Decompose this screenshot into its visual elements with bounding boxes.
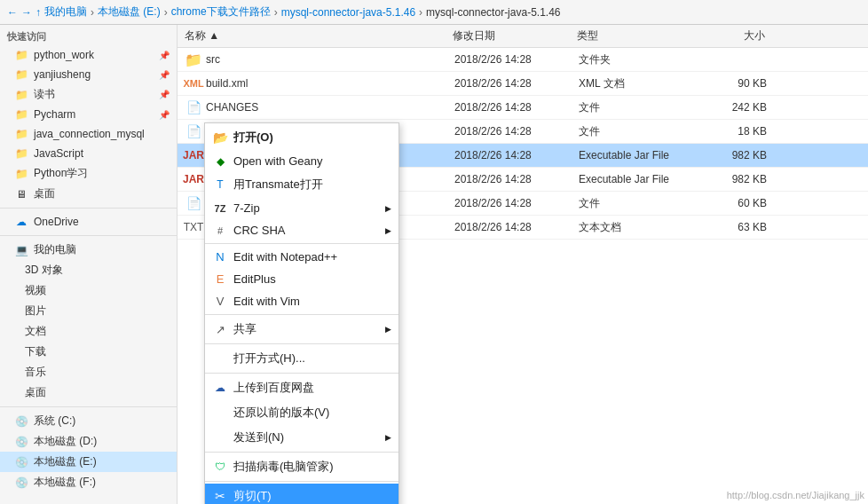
sidebar-item-python-study[interactable]: 📁 Python学习: [0, 163, 177, 184]
sidebar-item-drive-e[interactable]: 💿 本地磁盘 (E:): [0, 452, 177, 472]
crc-icon: #: [212, 223, 228, 239]
folder-icon: 📁: [14, 67, 28, 82]
ctx-notepad[interactable]: N Edit with Notepad++: [205, 246, 398, 268]
sidebar-item-3d[interactable]: 3D 对象: [0, 260, 177, 280]
sidebar-item-pictures[interactable]: 图片: [0, 301, 177, 321]
folder-icon: 📁: [14, 48, 28, 62]
ctx-open-geany[interactable]: ◆ Open with Geany: [205, 150, 398, 172]
nav-up-icon[interactable]: ↑: [36, 6, 41, 19]
col-type[interactable]: 类型: [577, 28, 701, 43]
file-size: 982 KB: [703, 173, 774, 185]
file-icon: 📄: [185, 98, 202, 116]
sidebar-item-desktop[interactable]: 🖥 桌面: [0, 184, 177, 204]
sidebar-label: java_connection_mysql: [34, 128, 145, 140]
sidebar-label: 桌面: [34, 186, 55, 201]
ctx-divider2: [205, 314, 398, 315]
ctx-7zip[interactable]: 7Z 7-Zip: [205, 197, 398, 219]
col-size[interactable]: 大小: [701, 28, 772, 43]
ctx-open[interactable]: 📂 打开(O): [205, 125, 398, 150]
open-icon: 📂: [212, 130, 228, 146]
sidebar-label: 图片: [25, 303, 46, 319]
desktop-icon: 🖥: [14, 187, 28, 201]
sidebar-label: JavaScript: [34, 147, 83, 160]
file-type: 文件: [579, 100, 703, 115]
breadcrumb-part5: mysql-connector-java-5.1.46: [426, 6, 560, 19]
sidebar-item-java[interactable]: 📁 java_connection_mysql: [0, 124, 177, 144]
sidebar-label: 3D 对象: [25, 263, 63, 278]
file-date: 2018/2/26 14:28: [454, 77, 579, 90]
file-type: 文件: [579, 196, 703, 211]
sidebar-item-music[interactable]: 音乐: [0, 362, 177, 382]
sidebar-item-python-work[interactable]: 📁 python_work 📌: [0, 45, 177, 65]
sidebar-item-drive-d[interactable]: 💿 本地磁盘 (D:): [0, 431, 177, 452]
breadcrumb-part1[interactable]: 我的电脑: [44, 4, 87, 20]
drive-icon: 💿: [14, 414, 28, 429]
share-icon: ↗: [212, 321, 228, 337]
ctx-cut[interactable]: ✂ 剪切(T): [205, 484, 398, 504]
ctx-editplus[interactable]: E EditPlus: [205, 268, 398, 290]
ctx-baidu[interactable]: ☁ 上传到百度网盘: [205, 375, 398, 400]
sidebar-item-desktop2[interactable]: 桌面: [0, 382, 177, 403]
drive-icon: 💿: [14, 435, 28, 449]
file-size: 63 KB: [703, 221, 774, 233]
sidebar-item-docs[interactable]: 文档: [0, 321, 177, 342]
breadcrumb-part4[interactable]: mysql-connector-java-5.1.46: [281, 6, 415, 19]
sidebar-label: 下载: [25, 344, 46, 359]
sidebar-item-yanjiusheng[interactable]: 📁 yanjiusheng 📌: [0, 65, 177, 84]
nav-back-icon[interactable]: ←: [7, 6, 18, 19]
breadcrumb-part2[interactable]: 本地磁盘 (E:): [98, 4, 161, 20]
file-size: 60 KB: [703, 197, 774, 209]
drive-icon: 💿: [14, 455, 28, 469]
folder-icon: 📁: [14, 146, 28, 161]
jar-icon: JAR: [185, 170, 202, 188]
file-date: 2018/2/26 14:28: [454, 197, 579, 209]
baidu-icon: ☁: [212, 380, 228, 396]
sidebar-item-pycharm[interactable]: 📁 Pycharm 📌: [0, 105, 177, 124]
ctx-transmate[interactable]: T 用Transmate打开: [205, 172, 398, 197]
ctx-restore[interactable]: 还原以前的版本(V): [205, 400, 398, 425]
ctx-sendto[interactable]: 发送到(N): [205, 425, 398, 450]
transmate-icon: T: [212, 177, 228, 193]
ctx-vim[interactable]: V Edit with Vim: [205, 290, 398, 312]
file-row-changes[interactable]: 📄 CHANGES 2018/2/26 14:28 文件 242 KB: [178, 96, 868, 120]
file-size: 90 KB: [703, 77, 774, 90]
file-area: 名称 ▲ 修改日期 类型 大小 📁 src 2018/2/26 14:28 文件…: [178, 25, 868, 504]
sidebar-label: 读书: [34, 87, 55, 102]
restore-icon: [212, 405, 228, 421]
sidebar-label: yanjiusheng: [34, 68, 91, 81]
sidebar-item-mypc[interactable]: 💻 我的电脑: [0, 240, 177, 260]
file-type: 文件夹: [579, 52, 703, 67]
breadcrumb-part3[interactable]: chrome下载文件路径: [171, 4, 271, 20]
ctx-share[interactable]: ↗ 共享: [205, 317, 398, 342]
sidebar-item-dushu[interactable]: 📁 读书 📌: [0, 84, 177, 105]
file-row-src[interactable]: 📁 src 2018/2/26 14:28 文件夹: [178, 48, 868, 72]
watermark: http://blog.csdn.net/Jiajikang_jjk: [727, 490, 864, 500]
divider2: [0, 235, 177, 236]
txt-icon: TXT: [185, 218, 202, 236]
drive-icon: 💿: [14, 476, 28, 490]
sidebar-label: 桌面: [25, 385, 46, 400]
ctx-scan[interactable]: 🛡 扫描病毒(电脑管家): [205, 454, 398, 479]
nav-forward-icon[interactable]: →: [21, 6, 32, 19]
ctx-divider4: [205, 373, 398, 374]
sidebar-item-onedrive[interactable]: ☁ OneDrive: [0, 212, 177, 232]
folder-icon: 📁: [14, 127, 28, 141]
sidebar-item-downloads[interactable]: 下载: [0, 342, 177, 362]
sidebar-label: 视频: [25, 283, 46, 298]
7zip-icon: 7Z: [212, 201, 228, 217]
sidebar-item-video[interactable]: 视频: [0, 280, 177, 301]
sidebar-item-javascript[interactable]: 📁 JavaScript: [0, 144, 177, 163]
sidebar-item-drive-c[interactable]: 💿 系统 (C:): [0, 411, 177, 431]
file-date: 2018/2/26 14:28: [454, 149, 579, 161]
col-name[interactable]: 名称 ▲: [178, 28, 453, 43]
ctx-crc[interactable]: # CRC SHA: [205, 219, 398, 241]
ctx-openwith[interactable]: 打开方式(H)...: [205, 346, 398, 371]
sidebar-label: OneDrive: [34, 216, 79, 228]
sidebar-item-drive-f[interactable]: 💿 本地磁盘 (F:): [0, 472, 177, 492]
file-row-buildxml[interactable]: XML build.xml 2018/2/26 14:28 XML 文档 90 …: [178, 72, 868, 96]
onedrive-icon: ☁: [14, 215, 28, 229]
context-menu: 📂 打开(O) ◆ Open with Geany T 用Transmate打开…: [204, 122, 399, 504]
ctx-divider3: [205, 343, 398, 344]
col-date[interactable]: 修改日期: [453, 28, 577, 43]
sidebar-label: 本地磁盘 (E:): [34, 454, 97, 469]
